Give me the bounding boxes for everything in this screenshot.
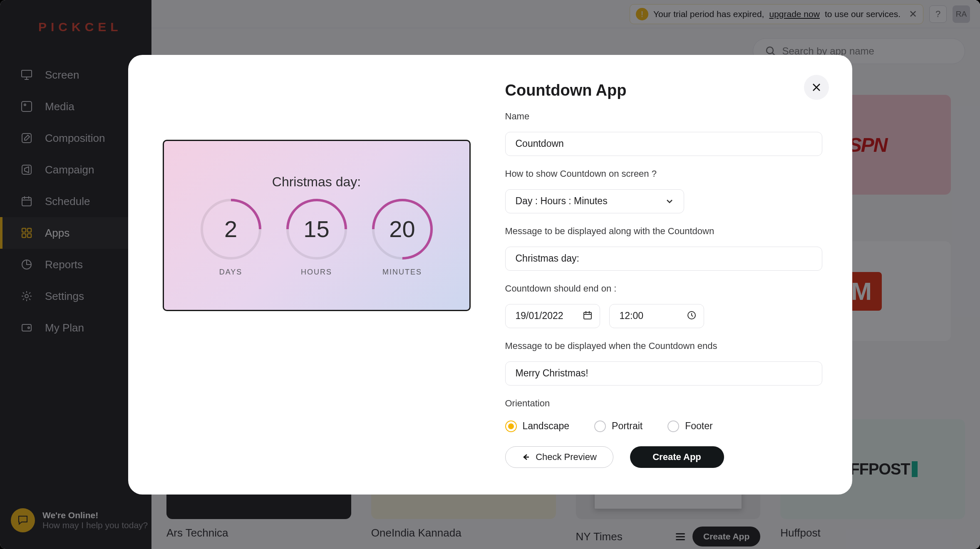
countdown-rings: 2 DAYS 15 HOURS 20 MINUTES xyxy=(201,199,433,277)
check-preview-button[interactable]: Check Preview xyxy=(505,446,613,468)
orientation-label: Orientation xyxy=(505,398,822,409)
modal-overlay: Christmas day: 2 DAYS 15 HOURS 20 MINUTE xyxy=(0,0,980,549)
chevron-down-icon xyxy=(665,197,674,205)
arrow-left-icon xyxy=(521,453,530,461)
ring-label: DAYS xyxy=(219,268,243,277)
modal-title: Countdown App xyxy=(505,82,822,99)
ring-label: HOURS xyxy=(301,268,332,277)
preview-title: Christmas day: xyxy=(272,174,361,190)
format-value: Day : Hours : Minutes xyxy=(516,195,608,207)
ring-label: MINUTES xyxy=(382,268,422,277)
ring-days: 2 xyxy=(201,199,261,260)
countdown-preview: Christmas day: 2 DAYS 15 HOURS 20 MINUTE xyxy=(163,140,471,311)
orientation-landscape[interactable]: Landscape xyxy=(505,420,570,432)
calendar-icon[interactable] xyxy=(583,310,593,322)
orientation-footer[interactable]: Footer xyxy=(667,420,712,432)
end-message-label: Message to be displayed when the Countdo… xyxy=(505,341,822,351)
orientation-portrait[interactable]: Portrait xyxy=(594,420,643,432)
name-input[interactable] xyxy=(505,132,822,156)
format-label: How to show Countdown on screen ? xyxy=(505,168,822,179)
end-message-input[interactable] xyxy=(505,361,822,386)
close-icon xyxy=(811,82,821,92)
message-input[interactable] xyxy=(505,247,822,271)
name-label: Name xyxy=(505,111,822,122)
end-label: Countdown should end on : xyxy=(505,283,822,294)
countdown-app-modal: Christmas day: 2 DAYS 15 HOURS 20 MINUTE xyxy=(128,55,852,495)
format-select[interactable]: Day : Hours : Minutes xyxy=(505,189,684,213)
clock-icon[interactable] xyxy=(687,310,697,322)
ring-hours: 15 xyxy=(286,199,347,260)
form-pane: Countdown App Name How to show Countdown… xyxy=(505,82,822,468)
modal-close-button[interactable] xyxy=(804,75,829,100)
message-label: Message to be displayed along with the C… xyxy=(505,226,822,237)
create-app-button[interactable]: Create App xyxy=(630,446,724,468)
svg-rect-15 xyxy=(584,312,591,319)
orientation-group: Landscape Portrait Footer xyxy=(505,420,822,432)
ring-minutes: 20 xyxy=(372,199,433,260)
preview-pane: Christmas day: 2 DAYS 15 HOURS 20 MINUTE xyxy=(158,82,475,468)
